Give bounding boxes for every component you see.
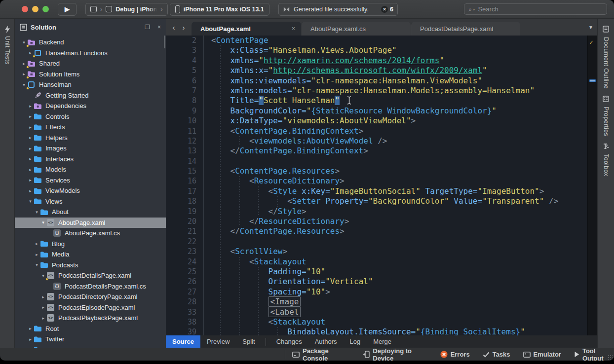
code-line-2[interactable]: 2<ContentPage bbox=[166, 36, 597, 45]
line-number[interactable]: 6 bbox=[166, 76, 196, 86]
expand-icon[interactable]: ▸ bbox=[27, 188, 34, 193]
line-number[interactable]: 19 bbox=[166, 207, 196, 217]
line-number[interactable]: 7 bbox=[166, 86, 196, 96]
line-number[interactable]: 26 bbox=[166, 277, 196, 287]
code-line-38[interactable]: 38<StackLayout bbox=[166, 317, 597, 327]
expand-icon[interactable]: ▸ bbox=[34, 241, 40, 246]
code-line-33[interactable]: 33<Label bbox=[166, 307, 597, 317]
line-number[interactable]: 12 bbox=[166, 136, 196, 146]
collapse-icon[interactable]: ▾ bbox=[34, 210, 40, 215]
code-line-20[interactable]: 20</ResourceDictionary> bbox=[166, 217, 597, 226]
line-number[interactable]: 39 bbox=[166, 327, 196, 335]
expand-icon[interactable]: ▸ bbox=[40, 294, 46, 299]
code-line-22[interactable]: 22 bbox=[166, 237, 597, 247]
close-pad-icon[interactable]: × bbox=[157, 24, 161, 31]
tree-item-effects[interactable]: ▸Effects bbox=[15, 122, 166, 133]
zoom-window-button[interactable] bbox=[42, 6, 49, 12]
code-line-27[interactable]: 27Spacing="10"> bbox=[166, 287, 597, 297]
view-tab-log[interactable]: Log bbox=[343, 335, 367, 348]
code-line-28[interactable]: 28<Image bbox=[166, 297, 597, 307]
error-counter[interactable]: ✕ 6 bbox=[381, 6, 393, 13]
expand-icon[interactable]: ▸ bbox=[27, 326, 34, 331]
line-number[interactable]: 22 bbox=[166, 237, 196, 247]
sidebar-scrollbar-thumb[interactable] bbox=[164, 36, 165, 48]
expand-icon[interactable]: ▸ bbox=[27, 135, 34, 140]
navigate-back-icon[interactable]: ‹ bbox=[170, 23, 178, 32]
statusbar-pad-package-console[interactable]: Package Console bbox=[292, 347, 349, 361]
tree-item-podcastplaybackpage-xaml[interactable]: ▸<>PodcastPlaybackPage.xaml bbox=[15, 313, 166, 324]
expand-icon[interactable]: ▸ bbox=[27, 337, 34, 342]
code-line-3[interactable]: 3x:Class="Hanselman.Views.AboutPage" bbox=[166, 45, 597, 55]
line-number[interactable]: 11 bbox=[166, 126, 196, 136]
view-tab-changes[interactable]: Changes bbox=[270, 335, 308, 348]
line-number[interactable]: 13 bbox=[166, 146, 196, 156]
expand-icon[interactable]: ▸ bbox=[27, 146, 34, 151]
expand-icon[interactable]: ▸ bbox=[27, 104, 34, 109]
line-number[interactable]: 33 bbox=[166, 307, 196, 317]
tree-item-podcastdirectorypage-xaml[interactable]: ▸<>PodcastDirectoryPage.xaml bbox=[15, 291, 166, 302]
line-number[interactable]: 3 bbox=[166, 45, 196, 55]
editor-tab-podcastdetailspage-xaml[interactable]: PodcastDetailsPage.xaml bbox=[411, 22, 520, 36]
resize-grip[interactable] bbox=[608, 355, 613, 360]
tree-item-media[interactable]: ▸Media bbox=[15, 249, 166, 260]
line-number[interactable]: 38 bbox=[166, 317, 196, 327]
tree-item-hanselman[interactable]: ▾Hanselman bbox=[15, 79, 166, 90]
tree-item-root[interactable]: ▸Root bbox=[15, 324, 166, 334]
expand-icon[interactable]: ▸ bbox=[27, 125, 34, 130]
collapse-icon[interactable]: ▾ bbox=[21, 82, 27, 87]
tree-item-services[interactable]: ▸Services bbox=[15, 175, 166, 186]
collapse-icon[interactable]: ▾ bbox=[27, 199, 34, 204]
code-line-25[interactable]: 25Padding="10" bbox=[166, 267, 597, 277]
tree-item-viewmodels[interactable]: ▸ViewModels bbox=[15, 185, 166, 196]
code-line-12[interactable]: 12<viewmodels:AboutViewModel /> bbox=[166, 136, 597, 146]
code-line-7[interactable]: 7xmlns:models="clr-namespace:Hanselman.M… bbox=[166, 86, 597, 96]
tab-overflow-dropdown-icon[interactable]: ▼ bbox=[588, 25, 593, 30]
view-tab-merge[interactable]: Merge bbox=[367, 335, 398, 348]
expand-icon[interactable]: ▸ bbox=[27, 178, 34, 182]
build-configuration-selector[interactable]: › Debug | iPhone › bbox=[85, 3, 168, 16]
tree-item-podcasts[interactable]: ▾Podcasts bbox=[15, 260, 166, 271]
code-line-26[interactable]: 26Orientation="Vertical" bbox=[166, 277, 597, 287]
line-number[interactable]: 23 bbox=[166, 247, 196, 256]
expand-icon[interactable]: ▸ bbox=[27, 167, 34, 172]
tree-item-backend[interactable]: ▾Backend bbox=[15, 37, 166, 48]
code-line-39[interactable]: 39BindableLayout.ItemsSource="{Binding S… bbox=[166, 327, 597, 335]
view-tab-source[interactable]: Source bbox=[166, 335, 200, 348]
code-line-24[interactable]: 24<StackLayout bbox=[166, 257, 597, 267]
tree-item-models[interactable]: ▸Models bbox=[15, 164, 166, 175]
code-line-19[interactable]: 19</Style> bbox=[166, 207, 597, 217]
line-number[interactable]: 9 bbox=[166, 106, 196, 116]
tree-item-shared[interactable]: ▸Shared bbox=[15, 58, 166, 69]
pad-tab-document-outline[interactable]: Document Outline bbox=[598, 19, 614, 89]
device-selector[interactable]: iPhone 11 Pro Max iOS 13.1 bbox=[170, 3, 269, 16]
code-line-4[interactable]: 4xmlns="http://xamarin.com/schemas/2014/… bbox=[166, 56, 597, 66]
view-tab-preview[interactable]: Preview bbox=[200, 335, 236, 348]
collapse-icon[interactable]: ▾ bbox=[34, 262, 40, 267]
line-number[interactable]: 18 bbox=[166, 196, 196, 206]
close-window-button[interactable] bbox=[22, 6, 28, 12]
view-tab-authors[interactable]: Authors bbox=[308, 335, 344, 348]
line-number[interactable]: 2 bbox=[166, 36, 196, 45]
collapse-icon[interactable]: ▾ bbox=[21, 40, 27, 45]
global-search-field[interactable]: ⌕⌄ bbox=[464, 3, 607, 15]
code-line-16[interactable]: 16<ResourceDictionary> bbox=[166, 176, 597, 186]
code-line-14[interactable]: 14 bbox=[166, 156, 597, 166]
collapse-icon[interactable]: ▾ bbox=[40, 220, 46, 225]
run-button[interactable]: ▶ bbox=[58, 3, 77, 16]
code-line-21[interactable]: 21</ContentPage.Resources> bbox=[166, 226, 597, 236]
line-number[interactable]: 8 bbox=[166, 96, 196, 106]
line-number[interactable]: 4 bbox=[166, 56, 196, 66]
tree-item-podcastdetailspage-xaml-cs[interactable]: {}PodcastDetailsPage.xaml.cs bbox=[15, 281, 166, 292]
close-tab-icon[interactable]: × bbox=[292, 25, 295, 32]
line-number[interactable]: 14 bbox=[166, 156, 196, 166]
tree-item-controls[interactable]: ▸Controls bbox=[15, 111, 166, 122]
line-number[interactable]: 25 bbox=[166, 267, 196, 277]
tree-item-aboutpage-xaml-cs[interactable]: {}AboutPage.xaml.cs bbox=[15, 228, 166, 239]
code-line-15[interactable]: 15<ContentPage.Resources> bbox=[166, 166, 597, 176]
expand-icon[interactable]: ▸ bbox=[27, 114, 34, 119]
build-status-display[interactable]: Generated file successfully. ✕ 6 bbox=[278, 3, 398, 16]
tree-item-dependencies[interactable]: ▸Dependencies bbox=[15, 101, 166, 111]
line-number[interactable]: 21 bbox=[166, 226, 196, 236]
code-line-10[interactable]: 10x:DataType="viewmodels:AboutViewModel"… bbox=[166, 116, 597, 126]
statusbar-pad-emulator[interactable]: Emulator bbox=[523, 351, 561, 358]
